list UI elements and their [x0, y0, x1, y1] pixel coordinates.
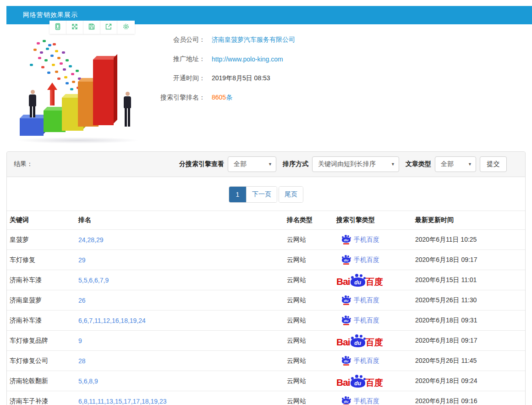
info-label: 会员公司：	[151, 36, 205, 44]
updated-cell: 2020年5月26日 11:45	[415, 357, 525, 365]
submit-button[interactable]: 提交	[480, 156, 507, 172]
ranks-link[interactable]: 5,6,8,9	[78, 377, 287, 385]
result-label: 结果：	[14, 160, 33, 168]
mobile-preview-button[interactable]	[49, 21, 66, 34]
info-row: 开通时间： 2019年8月5日 08:53	[151, 69, 295, 88]
keyword-cell: 皇菠萝	[10, 236, 78, 244]
toolbar	[49, 21, 135, 34]
updated-cell: 2020年6月18日 09:16	[415, 397, 525, 405]
info-value: 8605条	[212, 94, 232, 102]
fullscreen-button[interactable]	[66, 21, 83, 34]
fullscreen-icon	[71, 23, 78, 32]
keyword-cell: 车灯修复公司	[10, 357, 78, 365]
red-underline-decoration	[343, 243, 349, 244]
mobile-baidu-badge[interactable]: du手机百度	[336, 316, 379, 325]
person-right	[124, 92, 131, 127]
baidu-paw-icon: du	[342, 316, 351, 323]
keyword-cell: 济南车子补漆	[10, 397, 78, 405]
engine-cell: Baidu百度	[336, 274, 415, 287]
mobile-baidu-badge[interactable]: du手机百度	[336, 356, 379, 366]
table-row: 济南皇菠萝 26 云网站 du手机百度 2020年5月26日 11:30	[7, 290, 525, 311]
info-value: 2019年8月5日 08:53	[212, 74, 270, 83]
baidu-paw-icon: du	[351, 334, 365, 347]
info-row: 搜索引擎排名： 8605条	[151, 88, 295, 107]
page-1-button[interactable]: 1	[229, 187, 247, 202]
settings-button[interactable]	[117, 21, 134, 34]
engine-filter-select[interactable]: 全部 ▼	[228, 156, 276, 172]
sort-filter-select[interactable]: 关键词由短到长排序 ▼	[312, 156, 399, 172]
rank-type-cell: 云网站	[287, 357, 336, 365]
baidu-logo-icon[interactable]: Baidu百度	[336, 274, 383, 287]
header-ranks: 排名	[78, 216, 287, 224]
info-value[interactable]: 济南皇菠萝汽车服务有限公司	[212, 36, 295, 44]
engine-filter-value: 全部	[234, 160, 247, 168]
share-icon	[105, 23, 112, 32]
info-label: 搜索引擎排名：	[151, 94, 205, 102]
share-button[interactable]	[100, 21, 117, 34]
ranks-link[interactable]: 26	[78, 297, 287, 304]
baidu-logo-icon[interactable]: Baidu百度	[336, 375, 383, 388]
confetti-decoration	[11, 39, 15, 41]
baidu-paw-icon: du	[342, 396, 351, 404]
mobile-baidu-icon: du	[342, 396, 351, 405]
results-panel: 结果： 分搜索引擎查看 全部 ▼ 排序方式 关键词由短到长排序 ▼ 文章类型 全…	[6, 151, 526, 405]
mobile-baidu-icon: du	[342, 356, 351, 366]
header-updated: 最新更新时间	[415, 216, 525, 224]
pagination: 1 下一页 尾页	[7, 186, 525, 203]
rank-type-cell: 云网站	[287, 397, 336, 405]
mobile-baidu-badge[interactable]: du手机百度	[336, 255, 379, 265]
floor-shadow	[16, 137, 140, 144]
person-left	[29, 90, 36, 117]
ranks-link[interactable]: 9	[78, 337, 287, 344]
ranks-link[interactable]: 6,8,11,11,13,15,17,17,18,19,23	[78, 398, 287, 405]
baidu-bai-text: Bai	[336, 277, 350, 287]
red-underline-decoration	[343, 364, 349, 366]
table-row: 皇菠萝 24,28,29 云网站 du手机百度 2020年6月11日 10:25	[7, 230, 525, 250]
baidu-cn-text: 百度	[366, 338, 383, 347]
table-row: 济南补车漆 5,5,6,6,7,9 云网站 Baidu百度 2020年6月15日…	[7, 270, 525, 290]
page-title: 网络营销效果展示	[23, 11, 78, 19]
filter-group: 分搜索引擎查看 全部 ▼ 排序方式 关键词由短到长排序 ▼ 文章类型 全部 ▼ …	[176, 156, 507, 172]
info-list: 会员公司： 济南皇菠萝汽车服务有限公司 推广地址： http://www.pol…	[151, 30, 295, 107]
ranks-link[interactable]: 5,5,6,6,7,9	[78, 277, 287, 284]
info-value[interactable]: http://www.polo-king.com	[212, 55, 283, 63]
red-underline-decoration	[343, 263, 349, 265]
table-row: 济南补车漆 6,6,7,11,12,16,18,19,24 云网站 du手机百度…	[7, 311, 525, 331]
keyword-cell: 济南补车漆	[10, 316, 78, 325]
baidu-paw-icon: du	[342, 255, 351, 263]
ranks-link[interactable]: 24,28,29	[78, 236, 287, 244]
red-underline-decoration	[343, 324, 349, 325]
ranks-link[interactable]: 29	[78, 256, 287, 264]
ranking-count: 8605	[212, 94, 226, 101]
sort-filter-label: 排序方式	[283, 160, 308, 168]
keyword-cell: 济南补车漆	[10, 276, 78, 284]
save-button[interactable]	[83, 21, 100, 34]
updated-cell: 2020年6月18日 09:17	[415, 337, 525, 345]
next-page-button[interactable]: 下一页	[247, 187, 277, 202]
header-engine-type: 搜索引擎类型	[336, 216, 415, 224]
engine-filter-label: 分搜索引擎查看	[179, 160, 224, 168]
mobile-baidu-badge[interactable]: du手机百度	[336, 235, 379, 244]
mobile-baidu-badge[interactable]: du手机百度	[336, 396, 379, 405]
mobile-baidu-label: 手机百度	[354, 236, 379, 244]
ranks-link[interactable]: 28	[78, 357, 287, 365]
baidu-paw-icon: du	[342, 295, 351, 303]
ranks-link[interactable]: 6,6,7,11,12,16,18,19,24	[78, 317, 287, 324]
engine-cell: du手机百度	[336, 295, 415, 305]
keyword-cell: 车灯修复	[10, 256, 78, 264]
baidu-logo-icon[interactable]: Baidu百度	[336, 334, 383, 347]
last-page-button[interactable]: 尾页	[279, 187, 303, 202]
info-label: 开通时间：	[151, 74, 205, 83]
baidu-paw-icon: du	[351, 375, 365, 388]
updated-cell: 2020年6月11日 10:25	[415, 236, 525, 244]
rank-type-cell: 云网站	[287, 316, 336, 325]
table-row: 车灯修复品牌 9 云网站 Baidu百度 2020年6月18日 09:17	[7, 331, 525, 351]
baidu-cn-text: 百度	[366, 277, 383, 287]
mobile-baidu-badge[interactable]: du手机百度	[336, 295, 379, 305]
article-type-select[interactable]: 全部 ▼	[435, 156, 476, 172]
engine-cell: du手机百度	[336, 396, 415, 405]
updated-cell: 2020年6月18日 09:31	[415, 316, 525, 325]
rank-type-cell: 云网站	[287, 256, 336, 264]
mobile-baidu-label: 手机百度	[354, 296, 379, 305]
info-row: 推广地址： http://www.polo-king.com	[151, 50, 295, 69]
